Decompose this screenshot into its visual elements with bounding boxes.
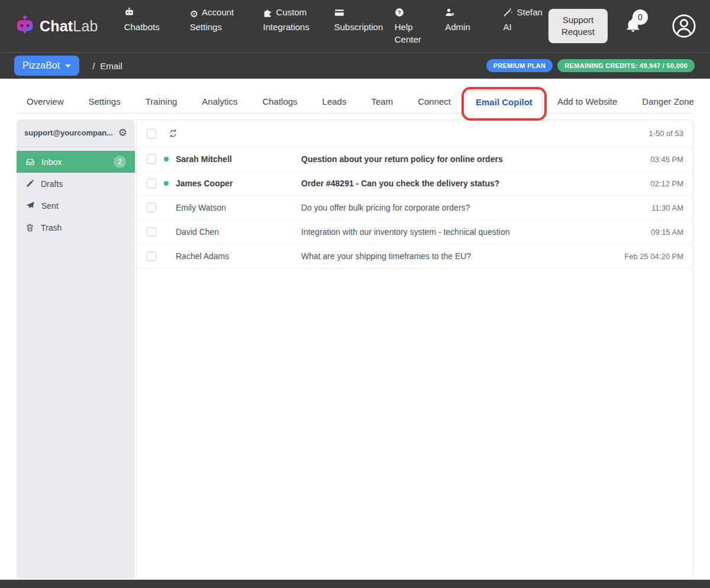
select-checkbox[interactable] xyxy=(147,154,156,164)
help-icon: ? xyxy=(395,8,404,21)
account-email: support@yourcompan... xyxy=(24,128,115,137)
email-list-toolbar: 1-50 of 53 xyxy=(137,120,693,147)
select-checkbox[interactable] xyxy=(147,227,156,237)
wand-icon xyxy=(503,7,513,21)
user-avatar[interactable] xyxy=(672,14,696,38)
bottom-bar xyxy=(0,580,710,588)
email-row[interactable]: David Chen Integration with our inventor… xyxy=(137,220,693,244)
folder-drafts[interactable]: Drafts xyxy=(17,173,135,195)
top-header: ChatLab Chatbots ⚙︎Account Settings Cust… xyxy=(0,0,710,52)
chatlab-logo[interactable]: ChatLab xyxy=(14,14,98,38)
email-time: Feb 25 04:20 PM xyxy=(624,252,683,261)
tab-training[interactable]: Training xyxy=(135,90,188,113)
chatlab-robot-icon xyxy=(14,14,36,38)
credits-badge: REMAINING CREDITS: 49,947 / 50,000 xyxy=(557,59,695,72)
select-checkbox[interactable] xyxy=(147,179,156,188)
send-icon xyxy=(25,201,35,210)
admin-icon xyxy=(445,8,455,21)
notifications-bell[interactable]: 0 xyxy=(625,17,641,35)
tab-chatlogs[interactable]: Chatlogs xyxy=(252,90,307,113)
tab-leads[interactable]: Leads xyxy=(312,90,357,113)
bot-breadcrumb-bar: PizzaBot / Email PREMIUM PLAN REMAINING … xyxy=(0,52,710,79)
svg-text:?: ? xyxy=(398,9,401,15)
unread-dot-icon xyxy=(164,181,169,186)
email-row[interactable]: Emily Watson Do you offer bulk pricing f… xyxy=(137,196,693,220)
email-subject: Order #48291 - Can you check the deliver… xyxy=(301,179,640,188)
select-all-checkbox[interactable] xyxy=(147,129,156,138)
tab-email-copilot[interactable]: Email Copilot xyxy=(466,91,543,114)
select-checkbox[interactable] xyxy=(147,251,156,261)
folder-inbox[interactable]: Inbox 2 xyxy=(17,151,135,173)
top-nav: Chatbots ⚙︎Account Settings Custom Integ… xyxy=(124,6,548,46)
bot-selector-dropdown[interactable]: PizzaBot xyxy=(14,56,79,76)
tab-analytics[interactable]: Analytics xyxy=(192,90,247,113)
select-checkbox[interactable] xyxy=(147,203,156,212)
email-sender: Emily Watson xyxy=(176,203,301,212)
account-selector[interactable]: support@yourcompan... ⚙︎ xyxy=(17,119,135,147)
email-subject: What are your shipping timeframes to the… xyxy=(301,251,614,261)
unread-dot-icon xyxy=(164,230,169,234)
unread-dot-icon xyxy=(164,157,169,161)
bot-tabs: Overview Settings Training Analytics Cha… xyxy=(17,89,693,114)
email-sender: David Chen xyxy=(176,227,301,237)
email-time: 09:15 AM xyxy=(651,228,683,237)
email-row[interactable]: Sarah Mitchell Question about your retur… xyxy=(137,147,693,172)
bell-icon xyxy=(625,25,641,35)
trash-icon xyxy=(25,223,34,232)
folder-sent[interactable]: Sent xyxy=(17,195,135,217)
email-time: 03:45 PM xyxy=(650,155,683,164)
email-sender: Rachel Adams xyxy=(176,251,301,261)
email-subject: Do you offer bulk pricing for corporate … xyxy=(301,203,641,212)
mail-sidebar: support@yourcompan... ⚙︎ Inbox 2 Drafts xyxy=(17,119,135,579)
folder-label: Trash xyxy=(41,223,62,232)
email-row[interactable]: James Cooper Order #48291 - Can you chec… xyxy=(137,172,693,196)
breadcrumb-current: Email xyxy=(100,61,122,71)
credit-card-icon xyxy=(334,8,344,21)
puzzle-icon xyxy=(263,8,273,21)
nav-item-subscription[interactable]: Subscription xyxy=(334,6,372,34)
unread-dot-icon xyxy=(164,205,169,210)
account-settings-gear-icon[interactable]: ⚙︎ xyxy=(118,128,127,138)
tab-settings[interactable]: Settings xyxy=(79,90,131,113)
nav-item-chatbots[interactable]: Chatbots xyxy=(124,6,167,34)
bot-name: PizzaBot xyxy=(22,60,60,71)
email-list-panel: 1-50 of 53 Sarah Mitchell Question about… xyxy=(136,119,693,579)
email-subject: Integration with our inventory system - … xyxy=(301,227,640,237)
nav-item-admin[interactable]: Admin xyxy=(445,6,480,34)
folder-label: Sent xyxy=(41,201,59,211)
gear-icon: ⚙︎ xyxy=(190,8,198,21)
tab-team[interactable]: Team xyxy=(361,90,403,113)
support-request-button[interactable]: Support Request xyxy=(548,9,608,44)
nav-item-help-center[interactable]: ?Help Center xyxy=(395,6,422,46)
email-sender: Sarah Mitchell xyxy=(176,154,301,164)
email-subject: Question about your return policy for on… xyxy=(301,154,640,164)
refresh-icon[interactable] xyxy=(168,128,178,138)
pencil-icon xyxy=(25,179,34,188)
nav-item-stefan-ai[interactable]: Stefan AI xyxy=(503,6,548,34)
nav-item-custom-integrations[interactable]: Custom Integrations xyxy=(263,6,312,34)
nav-item-account-settings[interactable]: ⚙︎Account Settings xyxy=(190,6,241,34)
email-time: 11:30 AM xyxy=(651,203,683,212)
folder-list: Inbox 2 Drafts Sent Trash xyxy=(17,151,135,238)
folder-label: Inbox xyxy=(41,157,62,167)
chatlab-logo-text: ChatLab xyxy=(40,18,98,35)
unread-count-badge: 2 xyxy=(114,156,126,168)
breadcrumb-separator: / xyxy=(92,61,95,71)
email-row[interactable]: Rachel Adams What are your shipping time… xyxy=(137,244,693,269)
email-copilot-content: support@yourcompan... ⚙︎ Inbox 2 Drafts xyxy=(17,119,693,579)
plan-badge: PREMIUM PLAN xyxy=(486,59,553,72)
email-sender: James Cooper xyxy=(176,179,301,188)
pagination-label: 1-50 of 53 xyxy=(648,129,683,138)
tab-connect[interactable]: Connect xyxy=(408,90,461,113)
email-time: 02:12 PM xyxy=(650,179,683,188)
tab-danger-zone[interactable]: Danger Zone xyxy=(632,90,704,113)
folder-label: Drafts xyxy=(41,179,63,189)
tab-add-to-website[interactable]: Add to Website xyxy=(547,90,627,113)
notifications-count-badge: 0 xyxy=(632,9,648,25)
folder-trash[interactable]: Trash xyxy=(17,217,135,238)
inbox-icon xyxy=(25,157,35,166)
tab-overview[interactable]: Overview xyxy=(17,90,74,113)
email-rows: Sarah Mitchell Question about your retur… xyxy=(137,147,693,578)
unread-dot-icon xyxy=(164,254,169,259)
chevron-down-icon xyxy=(65,64,71,67)
